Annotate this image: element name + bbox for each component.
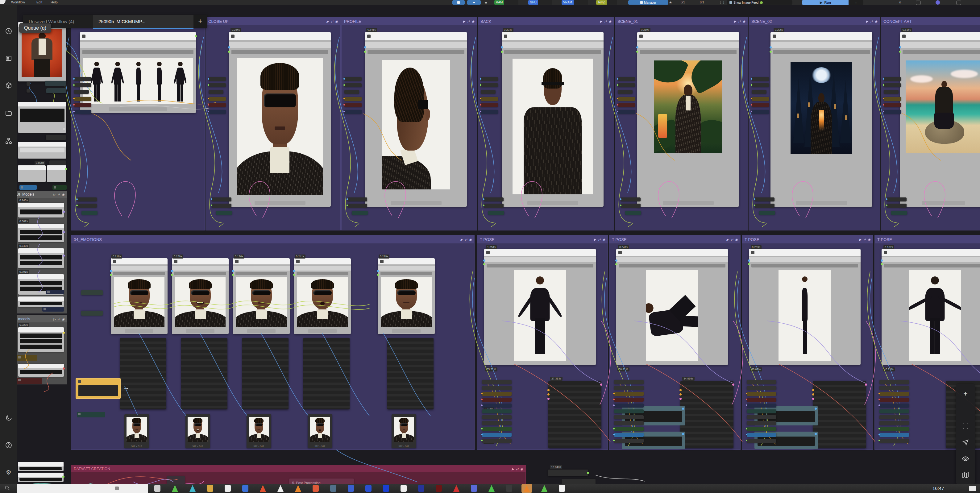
- taskbar-app-icon-8[interactable]: [277, 485, 283, 492]
- run-group-icon[interactable]: ▶: [859, 238, 862, 241]
- mini-node[interactable]: [747, 392, 776, 396]
- mini-node[interactable]: [884, 110, 901, 114]
- mini-node[interactable]: [618, 97, 635, 101]
- mini-node[interactable]: [747, 433, 776, 437]
- mini-node[interactable]: [482, 398, 512, 402]
- mini-node[interactable]: [747, 380, 776, 384]
- mini-node[interactable]: [880, 386, 909, 390]
- eye-group-icon[interactable]: ◉: [602, 238, 605, 241]
- mini-node[interactable]: [614, 398, 644, 402]
- new-tab-button[interactable]: +: [194, 15, 207, 28]
- mini-node[interactable]: [481, 90, 496, 94]
- mini-node[interactable]: [618, 90, 633, 94]
- mini-node[interactable]: [621, 197, 641, 202]
- mini-node[interactable]: [880, 398, 909, 402]
- mini-node[interactable]: [208, 90, 223, 94]
- mini-node[interactable]: [344, 90, 359, 94]
- widget-node[interactable]: [18, 142, 66, 159]
- mini-node[interactable]: [488, 211, 504, 215]
- mini-node[interactable]: [344, 110, 362, 114]
- run-options-caret[interactable]: ⌄: [848, 0, 863, 5]
- mini-node[interactable]: [752, 110, 769, 114]
- collapse-group-icon[interactable]: ⇄: [731, 238, 733, 241]
- node-map-icon[interactable]: [5, 137, 13, 145]
- taskbar-app-icon-5[interactable]: [224, 485, 231, 492]
- group-header[interactable]: CLOSE UP ▶⇄◉: [206, 17, 340, 25]
- collapsed-node[interactable]: [167, 476, 185, 484]
- taskbar-app-icon-19[interactable]: [471, 485, 477, 492]
- save-button[interactable]: [452, 0, 465, 5]
- mini-node[interactable]: [77, 197, 97, 202]
- collapse-group-icon[interactable]: ⇄: [467, 20, 469, 23]
- taskbar-app-icon-23[interactable]: [541, 485, 547, 492]
- prompt-node[interactable]: [181, 338, 228, 409]
- mini-node[interactable]: [208, 97, 226, 101]
- mini-node[interactable]: [884, 103, 901, 107]
- mini-node[interactable]: [81, 211, 97, 215]
- mini-node[interactable]: [347, 204, 367, 208]
- group-header[interactable]: l models ▷⇄◉: [14, 316, 67, 323]
- image-node[interactable]: [749, 249, 861, 365]
- logs-icon[interactable]: [5, 54, 13, 62]
- widget-node[interactable]: [18, 472, 64, 482]
- mini-node[interactable]: [344, 97, 362, 101]
- image-node[interactable]: [637, 32, 739, 207]
- widget-node[interactable]: [47, 165, 66, 182]
- mini-node[interactable]: [482, 380, 512, 384]
- mini-node[interactable]: [880, 433, 909, 437]
- prompt-node[interactable]: [120, 338, 166, 409]
- mini-node[interactable]: [614, 421, 644, 425]
- eye-group-icon[interactable]: ◉: [875, 20, 877, 23]
- mini-node[interactable]: [614, 409, 644, 413]
- widget-node[interactable]: [18, 462, 64, 471]
- group-header[interactable]: BACK ▶⇄◉: [478, 17, 614, 25]
- eye-group-icon[interactable]: ◉: [469, 238, 472, 241]
- collapse-group-icon[interactable]: ⇄: [604, 20, 607, 23]
- drag-grip-icon[interactable]: ⋮⋮: [719, 0, 725, 5]
- mini-node[interactable]: [482, 427, 512, 431]
- collapse-group-icon[interactable]: ⇄: [870, 20, 873, 23]
- group-header[interactable]: 04_EMOTIONS ▶⇄◉: [71, 235, 474, 243]
- mini-node[interactable]: [614, 392, 644, 396]
- preview-node[interactable]: 512 x 512: [308, 414, 332, 448]
- taskbar-app-icon-4[interactable]: [207, 485, 213, 492]
- group-header[interactable]: UF Models ▷⇄◉: [14, 191, 67, 198]
- mini-node[interactable]: [208, 77, 226, 81]
- image-node[interactable]: [111, 258, 167, 334]
- prompt-node[interactable]: [242, 338, 288, 409]
- close-icon[interactable]: ✕: [899, 0, 901, 5]
- mini-node[interactable]: [880, 404, 909, 407]
- run-group-icon[interactable]: ▶: [512, 468, 514, 471]
- group-header[interactable]: DATASET CREATION ▶⇄◉: [71, 466, 525, 472]
- mini-node[interactable]: [880, 439, 909, 443]
- star-icon[interactable]: ★: [484, 0, 488, 5]
- minimap-button[interactable]: [959, 469, 972, 481]
- run-group-icon[interactable]: ▶: [463, 20, 465, 23]
- mini-node[interactable]: [77, 204, 97, 208]
- image-node[interactable]: [172, 258, 229, 334]
- mini-node[interactable]: [74, 77, 91, 81]
- mini-node[interactable]: [216, 211, 232, 215]
- mini-node[interactable]: [344, 83, 362, 87]
- collapse-group-icon[interactable]: ⇄: [57, 193, 60, 196]
- mini-node[interactable]: [482, 421, 512, 425]
- eye-group-icon[interactable]: ◉: [62, 193, 65, 196]
- mini-node[interactable]: [747, 386, 776, 390]
- taskbar-app-icon-3[interactable]: [189, 485, 196, 492]
- image-node[interactable]: [502, 32, 603, 207]
- group-emotions[interactable]: 04_EMOTIONS ▶⇄◉ → 0.218s 512 x 512: [71, 235, 474, 450]
- navigate-cursor-button[interactable]: [959, 436, 972, 448]
- collapse-group-icon[interactable]: ⇄: [465, 238, 467, 241]
- mini-node[interactable]: [884, 83, 901, 87]
- run-group-icon[interactable]: ▶: [600, 20, 602, 23]
- mini-node[interactable]: [484, 204, 504, 208]
- mini-node[interactable]: [880, 421, 909, 425]
- image-node[interactable]: [770, 32, 872, 207]
- image-node[interactable]: [881, 249, 980, 365]
- menu-workflow[interactable]: Workflow: [11, 0, 25, 5]
- collapse-group-icon[interactable]: ⇄: [516, 468, 519, 471]
- image-node[interactable]: [80, 32, 196, 113]
- taskbar-app-icon-14[interactable]: [383, 485, 389, 492]
- image-node[interactable]: [378, 258, 435, 334]
- mini-node[interactable]: [747, 404, 776, 407]
